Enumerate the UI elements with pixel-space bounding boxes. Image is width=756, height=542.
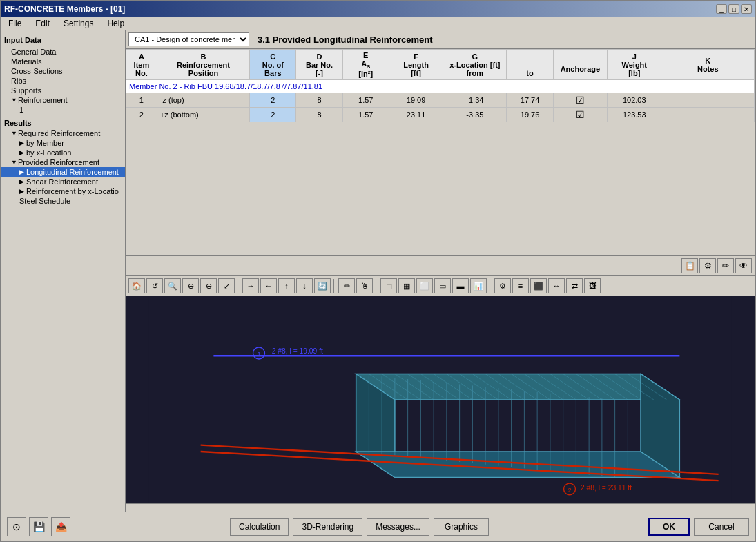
- position: -z (top): [157, 93, 249, 108]
- arrows-btn[interactable]: ↔: [548, 278, 565, 293]
- rendering-button[interactable]: 3D-Rendering: [293, 518, 362, 536]
- bar-btn[interactable]: ▬: [452, 278, 469, 293]
- anchorage: ☑: [553, 93, 607, 108]
- as: 1.57: [342, 93, 389, 108]
- menu-help[interactable]: Help: [103, 17, 128, 30]
- beam-3d-svg: 1 2 #8, l = 19.09 ft: [126, 296, 755, 503]
- arrow-left-btn[interactable]: ←: [260, 278, 277, 293]
- maximize-btn[interactable]: □: [728, 4, 739, 14]
- weight: 102.03: [608, 93, 661, 108]
- arrow-up-btn[interactable]: ↑: [278, 278, 295, 293]
- viewport[interactable]: 1 2 #8, l = 19.09 ft: [126, 296, 755, 503]
- ok-button[interactable]: OK: [648, 518, 690, 536]
- sidebar-item-required-reinf[interactable]: ▼ Required Reinforcement: [1, 128, 125, 138]
- rotate2-btn[interactable]: 🔄: [314, 278, 331, 293]
- x-to: 17.74: [507, 93, 553, 108]
- sidebar-item-provided-reinf[interactable]: ▼ Provided Reinforcement: [1, 157, 125, 167]
- action-btn-3[interactable]: ✏: [717, 258, 734, 273]
- title-bar: RF-CONCRETE Members - [01] _ □ ✕: [1, 1, 755, 17]
- chevron-down-icon: ▼: [11, 159, 18, 166]
- rect-btn[interactable]: ◻: [380, 278, 397, 293]
- window-title: RF-CONCRETE Members - [01]: [4, 4, 125, 14]
- messages-button[interactable]: Messages...: [367, 518, 429, 536]
- settings-btn[interactable]: ⚙: [494, 278, 511, 293]
- list-btn[interactable]: ≡: [512, 278, 529, 293]
- sidebar-item-label: Longitudinal Reinforcement: [26, 168, 119, 176]
- member-dropdown[interactable]: CA1 - Design of concrete memb: [128, 32, 249, 46]
- sidebar-item-by-member[interactable]: ▶ by Member: [1, 138, 125, 148]
- cursor-btn[interactable]: 🖱: [356, 278, 373, 293]
- table-row: 2 +z (bottom) 2 8 1.57 23.11 -3.35 19.76…: [126, 108, 755, 122]
- sidebar-item-general-data[interactable]: General Data: [1, 47, 125, 57]
- sidebar-item-label: by x-Location: [26, 148, 71, 157]
- no-bars: 2: [250, 108, 296, 122]
- sidebar-item-label: Materials: [11, 57, 42, 66]
- col-c-header: CNo. ofBars: [250, 50, 296, 80]
- fit-btn[interactable]: ⤢: [218, 278, 235, 293]
- sidebar-item-shear[interactable]: ▶ Shear Reinforcement: [1, 177, 125, 186]
- col-a-header: AItemNo.: [126, 50, 157, 80]
- zoom-btn[interactable]: 🔍: [164, 278, 181, 293]
- top-bar: CA1 - Design of concrete memb 3.1 Provid…: [126, 30, 755, 49]
- chevron-right-icon: ▶: [19, 149, 26, 156]
- separator: [238, 279, 240, 293]
- sidebar-item-reinforcement[interactable]: ▼ Reinforcement: [1, 95, 125, 105]
- sidebar-item-longitudinal[interactable]: ▶ Longitudinal Reinforcement: [1, 167, 125, 177]
- close-btn[interactable]: ✕: [741, 4, 752, 14]
- col-h-header: to: [507, 50, 553, 80]
- rect2-btn[interactable]: ▭: [434, 278, 451, 293]
- zoom-out-btn[interactable]: ⊖: [200, 278, 217, 293]
- sidebar-item-steel-schedule[interactable]: Steel Schedule: [1, 196, 125, 206]
- chart-btn[interactable]: 📊: [470, 278, 487, 293]
- member-header: Member No. 2 - Rib FBU 19.68/18.7/18.7/7…: [126, 80, 755, 93]
- action-bar: 📋 ⚙ ✏ 👁: [126, 256, 755, 276]
- empty-rect-btn[interactable]: ⬜: [416, 278, 433, 293]
- menu-settings[interactable]: Settings: [59, 17, 97, 30]
- menu-file[interactable]: File: [4, 17, 26, 30]
- sidebar-item-cross-sections[interactable]: Cross-Sections: [1, 66, 125, 76]
- nav-fwd-btn[interactable]: 💾: [29, 517, 48, 536]
- block-btn[interactable]: ⬛: [530, 278, 547, 293]
- sidebar-item-label: Ribs: [11, 77, 26, 85]
- chevron-down-icon: ▼: [11, 130, 18, 137]
- sidebar-item-label: by Member: [26, 139, 64, 147]
- bar-no: 8: [296, 93, 342, 108]
- sidebar-item-by-x-location[interactable]: ▶ by x-Location: [1, 148, 125, 157]
- graphics-button[interactable]: Graphics: [434, 518, 489, 536]
- sidebar-item-reinf-x-loc[interactable]: ▶ Reinforcement by x-Locatio: [1, 186, 125, 196]
- swap-btn[interactable]: ⇄: [566, 278, 583, 293]
- action-btn-1[interactable]: 📋: [681, 258, 698, 273]
- sidebar-item-label: Steel Schedule: [19, 197, 70, 205]
- cancel-button[interactable]: Cancel: [694, 518, 749, 536]
- sidebar-item-supports[interactable]: Supports: [1, 86, 125, 95]
- rotate-btn[interactable]: ↺: [146, 278, 163, 293]
- image-btn[interactable]: 🖼: [584, 278, 601, 293]
- minimize-btn[interactable]: _: [716, 4, 727, 14]
- calculation-button[interactable]: Calculation: [230, 518, 289, 536]
- home-btn[interactable]: 🏠: [128, 278, 145, 293]
- item-no: 2: [126, 108, 157, 122]
- col-i-header: Anchorage: [553, 50, 607, 80]
- action-btn-4[interactable]: 👁: [735, 258, 752, 273]
- menu-edit[interactable]: Edit: [31, 17, 54, 30]
- sidebar-item-reinf-1[interactable]: 1: [1, 105, 125, 115]
- sidebar-item-ribs[interactable]: Ribs: [1, 76, 125, 86]
- arrow-right-btn[interactable]: →: [242, 278, 259, 293]
- x-from: -3.35: [443, 108, 507, 122]
- scrollbar-area[interactable]: [126, 503, 755, 512]
- window-controls[interactable]: _ □ ✕: [716, 4, 752, 14]
- sidebar-item-label: Supports: [11, 86, 41, 95]
- length: 19.09: [389, 93, 443, 108]
- action-btn-2[interactable]: ⚙: [699, 258, 716, 273]
- bottom-bar: ⊙ 💾 📤 Calculation 3D-Rendering Messages.…: [1, 512, 755, 541]
- zoom-in-btn[interactable]: ⊕: [182, 278, 199, 293]
- nav-back-btn[interactable]: ⊙: [7, 517, 26, 536]
- fill-btn[interactable]: ▦: [398, 278, 415, 293]
- pencil-btn[interactable]: ✏: [338, 278, 355, 293]
- separator: [490, 279, 492, 293]
- nav-export-btn[interactable]: 📤: [51, 517, 70, 536]
- col-j-header: JWeight[lb]: [608, 50, 661, 80]
- sidebar-item-materials[interactable]: Materials: [1, 57, 125, 66]
- horizontal-scrollbar[interactable]: [126, 505, 755, 512]
- arrow-down-btn[interactable]: ↓: [296, 278, 313, 293]
